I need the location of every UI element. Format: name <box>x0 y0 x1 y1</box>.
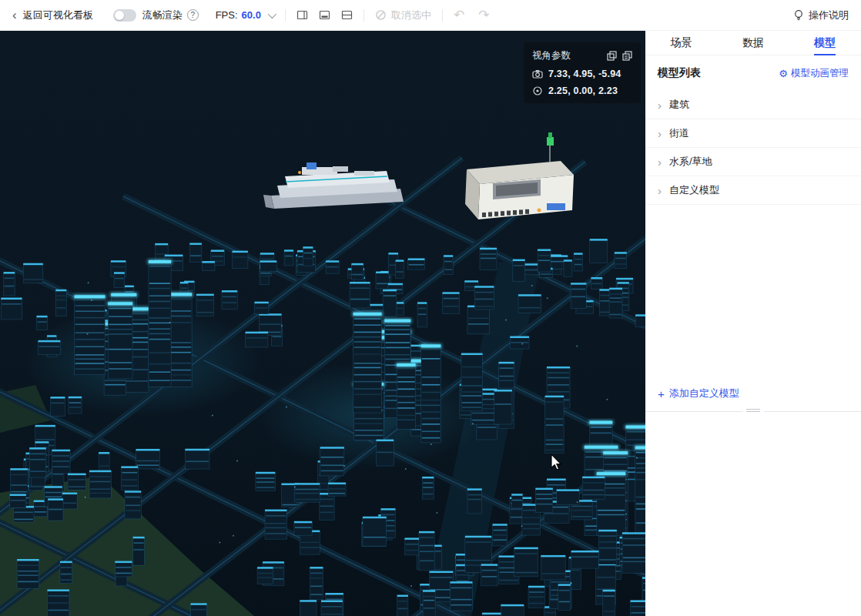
camera-position-value: 7.33, 4.95, -5.94 <box>548 69 621 79</box>
deselect-icon <box>375 9 387 21</box>
chevron-right-icon: › <box>658 185 662 196</box>
back-label: 返回可视化看板 <box>23 8 93 22</box>
toolbar-divider <box>285 9 286 22</box>
model-list-title: 模型列表 <box>658 66 701 80</box>
chevron-right-icon: › <box>658 128 662 139</box>
camera-params-title: 视角参数 <box>532 49 571 62</box>
tab-scene[interactable]: 场景 <box>645 31 717 55</box>
sidebar: 场景 数据 模型 模型列表 ⚙ 模型动画管理 › 建筑 › 街道 › 水系/草地 <box>645 31 861 616</box>
fps-value: 60.0 <box>242 9 261 21</box>
help-label: 操作说明 <box>809 8 849 22</box>
gear-icon: ⚙ <box>779 69 788 79</box>
tab-data[interactable]: 数据 <box>717 31 789 55</box>
chevron-left-icon: ‹ <box>12 8 17 22</box>
back-button[interactable]: ‹ 返回可视化看板 <box>12 8 93 22</box>
sidebar-tabs: 场景 数据 模型 <box>645 31 861 55</box>
model-list: › 建筑 › 街道 › 水系/草地 › 自定义模型 <box>645 91 861 205</box>
plus-icon: + <box>658 388 665 400</box>
camera-target-icon <box>532 85 543 96</box>
fps-dropdown[interactable]: FPS: 60.0 <box>216 9 274 21</box>
question-icon[interactable]: ? <box>187 9 199 21</box>
help-button[interactable]: 操作说明 <box>793 8 849 22</box>
3d-viewport[interactable]: 视角参数 <box>0 31 645 616</box>
model-group-custom[interactable]: › 自定义模型 <box>645 176 861 205</box>
add-custom-model-button[interactable]: + 添加自定义模型 <box>658 387 739 400</box>
chevron-right-icon: › <box>658 99 662 111</box>
model-animation-label: 模型动画管理 <box>791 67 849 80</box>
panels-icon[interactable] <box>341 9 353 21</box>
model-list-header: 模型列表 ⚙ 模型动画管理 <box>645 55 861 91</box>
camera-params-panel: 视角参数 <box>524 42 641 103</box>
toggle-knob <box>115 11 124 20</box>
smooth-render-toggle[interactable] <box>113 9 136 22</box>
model-group-water-grass[interactable]: › 水系/草地 <box>645 148 861 176</box>
cancel-selection-button[interactable]: 取消选中 <box>375 8 431 22</box>
history-controls: ↶ ↷ <box>454 8 490 22</box>
model-animation-link[interactable]: ⚙ 模型动画管理 <box>779 67 849 80</box>
camera-position-icon <box>532 69 543 79</box>
camera-target-value: 2.25, 0.00, 2.23 <box>548 85 618 96</box>
green-marker <box>547 137 554 146</box>
chevron-down-icon <box>268 9 276 18</box>
view-tools <box>296 9 353 21</box>
panel-resize-handle[interactable] <box>742 407 764 414</box>
add-custom-model-label: 添加自定义模型 <box>669 387 739 400</box>
fps-label: FPS: <box>216 9 238 21</box>
window-icon[interactable] <box>296 9 308 21</box>
redo-icon[interactable]: ↷ <box>478 8 489 22</box>
toolbar: ‹ 返回可视化看板 流畅渲染 ? FPS: 60.0 <box>0 0 861 31</box>
chevron-right-icon: › <box>658 156 662 168</box>
duplicate-icon[interactable] <box>622 51 632 61</box>
city-3d-scene <box>0 31 645 616</box>
model-group-streets[interactable]: › 街道 <box>645 119 861 148</box>
smooth-render-label: 流畅渲染 <box>142 8 183 22</box>
snapshot-icon[interactable] <box>319 9 330 21</box>
undo-icon[interactable]: ↶ <box>454 8 464 22</box>
toolbar-divider <box>363 9 364 22</box>
tab-model[interactable]: 模型 <box>789 31 861 55</box>
bulb-icon <box>793 9 804 22</box>
app-window: ‹ 返回可视化看板 流畅渲染 ? FPS: 60.0 <box>0 0 861 616</box>
model-group-buildings[interactable]: › 建筑 <box>645 91 861 119</box>
cancel-selection-label: 取消选中 <box>391 8 431 22</box>
copy-icon[interactable] <box>607 51 617 61</box>
toolbar-divider <box>442 9 443 22</box>
